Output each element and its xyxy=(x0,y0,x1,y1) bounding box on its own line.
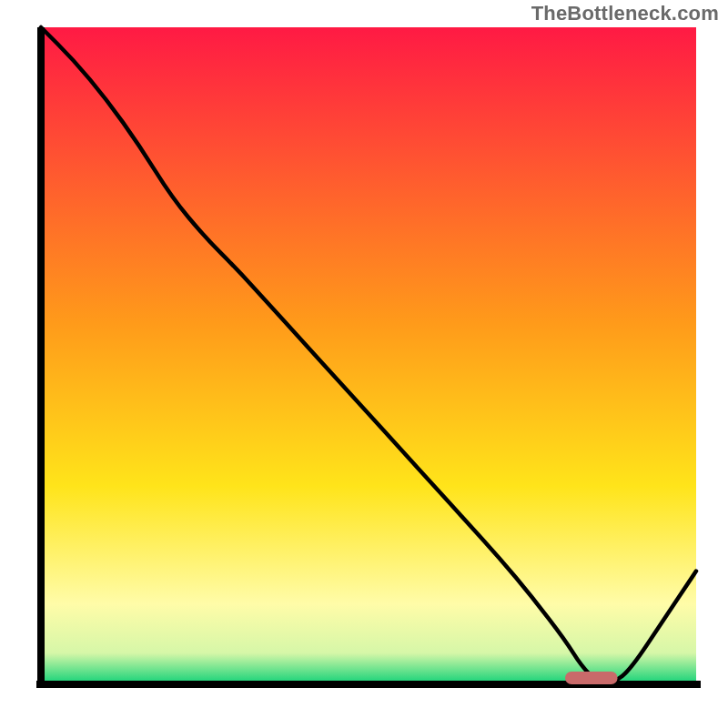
optimal-marker xyxy=(565,672,618,684)
plot-background xyxy=(41,27,696,682)
bottleneck-chart xyxy=(0,0,728,728)
chart-container: { "watermark": "TheBottleneck.com", "cha… xyxy=(0,0,728,728)
